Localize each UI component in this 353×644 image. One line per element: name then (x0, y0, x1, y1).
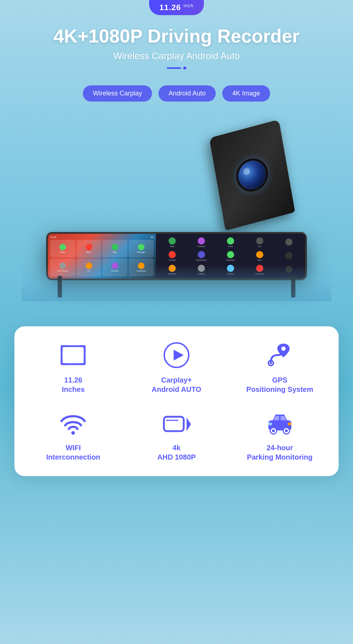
divider-dot (183, 67, 186, 70)
svg-point-6 (71, 431, 75, 435)
carplay-icon (162, 341, 191, 370)
app-podcasts-r: Podcasts (187, 237, 216, 248)
camera-module (216, 128, 303, 236)
app-icon-msg (138, 244, 144, 250)
camera-body (209, 119, 295, 231)
app-maps-r: Maps (158, 237, 187, 248)
hero-divider (22, 67, 331, 70)
svg-point-4 (270, 362, 272, 364)
app-empty-r (274, 251, 303, 261)
svg-point-14 (285, 429, 288, 432)
svg-rect-15 (268, 422, 272, 425)
feature-parking: 24-hourParking Monitoring (232, 408, 328, 462)
parking-label: 24-hourParking Monitoring (247, 443, 313, 462)
gps-icon (265, 341, 294, 370)
camera-svg (162, 410, 191, 435)
hero-title: 4K+1080P Driving Recorder (22, 26, 331, 46)
app-phone-r: Phone (216, 237, 245, 248)
wifi-svg (59, 410, 88, 435)
screen-signal: 4G (151, 236, 154, 238)
screen-svg (59, 343, 88, 368)
rapp-empty (285, 252, 292, 259)
feature-gps: GPSPositioning System (232, 341, 328, 394)
carplay-svg (162, 341, 191, 370)
svg-rect-7 (164, 417, 184, 431)
feature-camera: 4kAHD 1080P (129, 408, 225, 462)
app-games-r: GameSnacks (187, 250, 216, 262)
rapp-maps (169, 237, 176, 245)
rapp-home (285, 238, 292, 246)
parking-icon (265, 408, 294, 437)
badge-label: 11.26 inch (149, 0, 204, 15)
app-msg-r: Messages (216, 250, 245, 262)
app-phone: Phone (50, 240, 75, 258)
parking-svg (265, 410, 294, 435)
features-card: 11.26Inches Carplay+Android AUTO G (14, 326, 339, 476)
app-home-r (274, 238, 303, 247)
svg-marker-9 (187, 417, 191, 431)
feature-tags-row: Wireless Carplay Android Auto 4K Image (0, 85, 353, 102)
hero-section: 4K+1080P Driving Recorder Wireless Carpl… (0, 15, 353, 76)
wifi-label: WIFIInterconnection (46, 443, 100, 462)
app-maps: Maps (102, 240, 128, 258)
app-icon-phone (59, 244, 66, 250)
carplay-label: Carplay+Android AUTO (152, 375, 201, 394)
badge-size: 11.26 (159, 3, 181, 12)
rapp-news (256, 251, 263, 258)
camera-label: 4kAHD 1080P (157, 443, 196, 462)
app-exit-r: Exit (245, 237, 274, 248)
gps-label: GPSPositioning System (246, 375, 313, 394)
rapp-cal (169, 251, 176, 258)
wifi-icon (59, 408, 88, 437)
camera-icon (162, 408, 191, 437)
app-news-r: News (245, 250, 274, 262)
app-messages: Messages (129, 240, 154, 258)
app-icon-music (86, 244, 92, 250)
tag-wireless-carplay: Wireless Carplay (83, 85, 152, 102)
svg-rect-16 (288, 422, 291, 425)
rapp-pod (198, 237, 205, 245)
app-music: Music (76, 240, 102, 258)
hero-subtitle: Wireless Carplay Android Auto (22, 50, 331, 62)
product-visual: 14:18 4G Phone Music (22, 121, 331, 301)
app-cal-r: Calendar (158, 250, 187, 262)
badge-unit: inch (184, 3, 194, 8)
screen-size-icon (59, 341, 88, 370)
rapp-phone (227, 237, 234, 245)
tag-android-auto: Android Auto (158, 85, 216, 102)
divider-line (167, 67, 181, 69)
screen-time: 14:18 (50, 236, 57, 238)
feature-wifi: WIFIInterconnection (25, 408, 121, 462)
product-section: 14:18 4G Phone Music (0, 110, 353, 312)
screen-size-label: 11.26Inches (62, 375, 85, 394)
size-badge: 11.26 inch (0, 0, 353, 15)
rapp-msg (227, 251, 234, 258)
rapp-exit (256, 237, 263, 245)
screen-status-bar: 14:18 4G (50, 236, 154, 238)
water-reflection (22, 265, 331, 301)
tag-4k-image: 4K Image (222, 85, 270, 102)
svg-point-13 (272, 429, 275, 432)
feature-screen-size: 11.26Inches (25, 341, 121, 394)
app-icon-maps (112, 244, 118, 250)
svg-marker-2 (174, 350, 184, 361)
svg-rect-0 (62, 346, 85, 364)
svg-point-5 (281, 346, 286, 351)
rapp-games (198, 251, 205, 258)
gps-svg (265, 341, 294, 370)
feature-carplay: Carplay+Android AUTO (129, 341, 225, 394)
